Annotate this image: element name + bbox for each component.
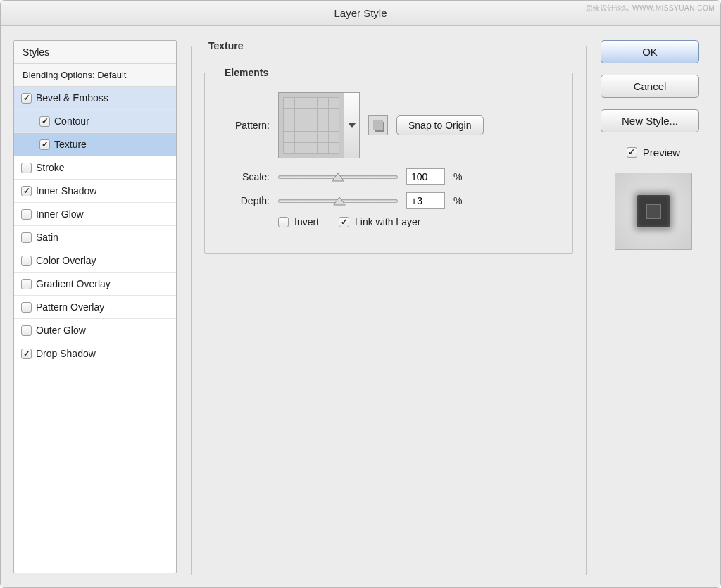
preview-label: Preview <box>643 146 680 158</box>
layer-style-dialog: 思缘设计论坛 WWW.MISSYUAN.COM Layer Style Styl… <box>0 0 721 588</box>
invert-label: Invert <box>294 216 319 227</box>
style-label: Texture <box>54 139 87 150</box>
slider-thumb-icon[interactable] <box>332 173 344 183</box>
pattern-dropdown-button[interactable] <box>344 92 360 158</box>
new-preset-button[interactable] <box>368 115 388 135</box>
scale-row: Scale: % <box>220 168 557 185</box>
link-with-layer-checkbox[interactable] <box>339 217 349 227</box>
style-label: Drop Shadow <box>36 348 96 359</box>
style-label: Pattern Overlay <box>36 301 104 313</box>
style-label: Bevel & Emboss <box>36 92 108 104</box>
scale-slider[interactable] <box>278 170 398 184</box>
texture-legend: Texture <box>204 40 248 51</box>
invert-checkbox-row[interactable]: Invert <box>278 216 319 227</box>
link-with-layer-row[interactable]: Link with Layer <box>339 216 420 227</box>
slider-thumb-icon[interactable] <box>333 197 345 207</box>
style-label: Inner Shadow <box>36 185 96 196</box>
style-row[interactable]: Inner Shadow <box>14 180 176 203</box>
preview-checkbox[interactable] <box>627 147 637 158</box>
style-row[interactable]: Stroke <box>14 156 176 180</box>
styles-list: Bevel & EmbossContourTextureStrokeInner … <box>14 87 176 365</box>
pattern-picker[interactable] <box>278 92 360 158</box>
style-row[interactable]: Gradient Overlay <box>14 273 176 296</box>
new-style-button[interactable]: New Style... <box>601 109 699 132</box>
style-row[interactable]: Drop Shadow <box>14 342 176 365</box>
scale-label: Scale: <box>220 171 270 182</box>
snap-to-origin-button[interactable]: Snap to Origin <box>396 115 484 135</box>
style-label: Gradient Overlay <box>36 278 111 289</box>
style-checkbox[interactable] <box>21 163 32 173</box>
elements-legend: Elements <box>220 67 272 78</box>
ok-button[interactable]: OK <box>601 40 699 63</box>
pattern-swatch-grid <box>283 97 339 154</box>
svg-marker-1 <box>332 173 344 181</box>
style-checkbox[interactable] <box>21 232 32 243</box>
texture-checks-row: Invert Link with Layer <box>278 216 557 227</box>
style-checkbox[interactable] <box>21 93 32 104</box>
depth-label: Depth: <box>220 195 270 206</box>
preview-checkbox-row[interactable]: Preview <box>601 146 706 158</box>
preset-icon <box>373 120 383 130</box>
style-checkbox[interactable] <box>21 209 32 220</box>
link-with-layer-label: Link with Layer <box>355 216 420 227</box>
depth-slider[interactable] <box>278 194 398 208</box>
style-row[interactable]: Outer Glow <box>14 319 176 342</box>
styles-header[interactable]: Styles <box>14 41 176 64</box>
depth-input[interactable] <box>406 192 445 209</box>
style-row[interactable]: Contour <box>14 110 176 133</box>
style-label: Color Overlay <box>36 255 96 266</box>
pattern-label: Pattern: <box>220 120 270 131</box>
preview-swatch <box>615 173 692 250</box>
style-checkbox[interactable] <box>21 349 32 359</box>
blending-options-row[interactable]: Blending Options: Default <box>14 64 176 87</box>
style-row[interactable]: Texture <box>14 133 176 156</box>
style-checkbox[interactable] <box>21 256 32 266</box>
pattern-row: Pattern: <box>220 92 557 158</box>
style-checkbox[interactable] <box>39 116 50 127</box>
style-row[interactable]: Color Overlay <box>14 249 176 273</box>
scale-input[interactable] <box>406 168 445 185</box>
style-checkbox[interactable] <box>21 325 32 336</box>
right-button-column: OK Cancel New Style... Preview <box>601 40 706 573</box>
svg-marker-2 <box>333 197 345 205</box>
style-label: Contour <box>54 115 89 127</box>
style-checkbox[interactable] <box>21 279 32 289</box>
elements-fieldset: Elements Pattern: <box>204 67 573 254</box>
style-row[interactable]: Inner Glow <box>14 203 176 226</box>
style-row[interactable]: Pattern Overlay <box>14 296 176 319</box>
invert-checkbox[interactable] <box>278 217 289 227</box>
cancel-button[interactable]: Cancel <box>601 75 699 98</box>
style-checkbox[interactable] <box>39 139 50 150</box>
watermark-text: 思缘设计论坛 WWW.MISSYUAN.COM <box>586 4 715 13</box>
svg-marker-0 <box>349 123 356 128</box>
pattern-swatch[interactable] <box>278 92 344 158</box>
preview-object-icon <box>637 195 670 227</box>
style-row[interactable]: Bevel & Emboss <box>14 87 176 110</box>
style-checkbox[interactable] <box>21 186 32 196</box>
texture-fieldset: Texture Elements Pattern: <box>191 40 587 575</box>
style-checkbox[interactable] <box>21 302 32 313</box>
dialog-content: Styles Blending Options: Default Bevel &… <box>1 26 720 587</box>
center-panel: Texture Elements Pattern: <box>191 40 587 573</box>
scale-unit: % <box>453 171 462 182</box>
depth-row: Depth: % <box>220 192 557 209</box>
style-label: Stroke <box>36 162 64 173</box>
style-label: Inner Glow <box>36 208 84 220</box>
style-row[interactable]: Satin <box>14 226 176 249</box>
chevron-down-icon <box>349 120 356 131</box>
style-label: Satin <box>36 232 58 243</box>
style-label: Outer Glow <box>36 325 86 336</box>
depth-unit: % <box>453 195 462 206</box>
styles-panel: Styles Blending Options: Default Bevel &… <box>13 40 177 573</box>
